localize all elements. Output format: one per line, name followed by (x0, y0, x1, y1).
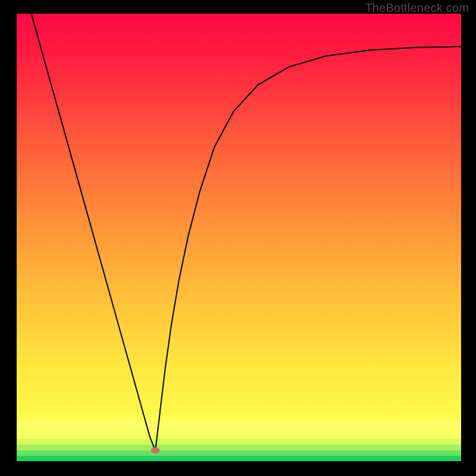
gradient-background (17, 14, 461, 458)
spectrum-band (17, 424, 461, 434)
minimum-marker (151, 447, 160, 453)
svg-rect-0 (17, 14, 461, 458)
watermark-text: TheBottleneck.com (365, 1, 469, 15)
chart-area (17, 14, 461, 458)
